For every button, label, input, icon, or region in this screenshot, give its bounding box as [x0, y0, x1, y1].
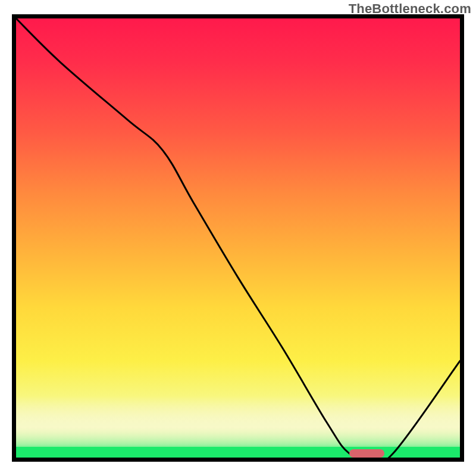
plot-area	[16, 18, 460, 458]
bottleneck-curve	[16, 18, 460, 458]
watermark-text: TheBottleneck.com	[349, 1, 471, 17]
optimal-marker	[349, 449, 385, 458]
chart-frame: TheBottleneck.com	[0, 0, 476, 476]
plot-border	[12, 14, 464, 462]
